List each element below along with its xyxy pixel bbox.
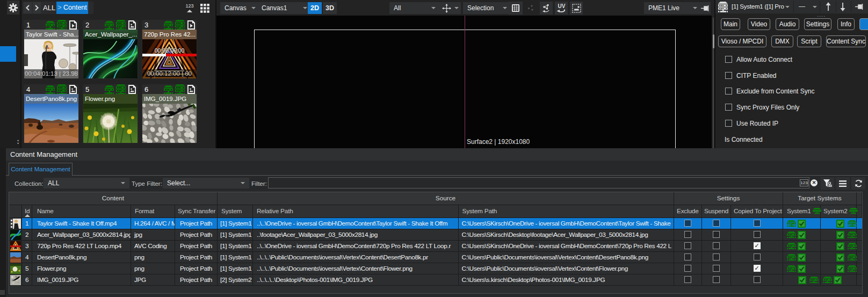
- svg-text:UV: UV: [558, 3, 566, 9]
